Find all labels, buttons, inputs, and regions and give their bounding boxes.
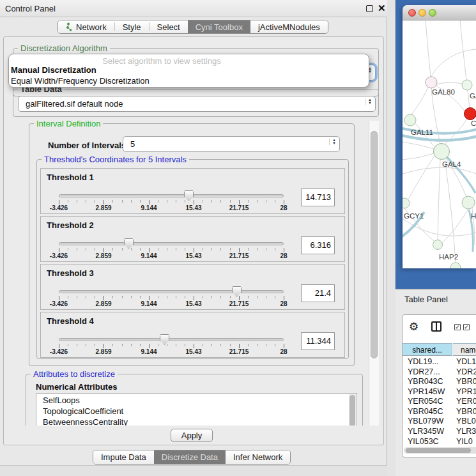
- tab-select[interactable]: Select: [150, 20, 188, 33]
- table-cell[interactable]: YIL0: [456, 437, 473, 446]
- list-item[interactable]: TopologicalCoefficient: [43, 406, 123, 416]
- tab-network[interactable]: Network: [58, 20, 114, 33]
- table-cell[interactable]: YDR2: [456, 367, 476, 376]
- number-of-intervals-combobox[interactable]: 5 ▲▼: [123, 136, 340, 152]
- table-panel-titlebar: Table Panel: [395, 289, 476, 309]
- tab-impute-data-label: Impute Data: [101, 450, 146, 464]
- network-window-titlebar[interactable]: [403, 5, 476, 20]
- node-table: ⚙ ✓ ✓ shared... name YDL19... YDL1 YDR27…: [402, 314, 476, 457]
- tick-label: 15.43: [185, 204, 201, 211]
- table-cell[interactable]: YIL053C: [408, 437, 439, 446]
- table-cell[interactable]: YER054C: [408, 397, 443, 406]
- table-cell[interactable]: YER0: [456, 397, 476, 406]
- dropdown-option-manual-discretization[interactable]: Manual Discretization: [11, 65, 96, 75]
- column-header-name[interactable]: name: [453, 343, 476, 356]
- node-label-gal80: GAL80: [432, 88, 455, 96]
- table-cell[interactable]: YDL1: [456, 357, 476, 366]
- list-scroll-thumb[interactable]: [349, 395, 355, 426]
- checkbox-icon[interactable]: ✓: [454, 324, 461, 330]
- table-cell[interactable]: YBR045C: [408, 407, 443, 416]
- tab-discretize-data[interactable]: Discretize Data: [154, 450, 226, 464]
- threshold-1-slider-track[interactable]: [59, 194, 284, 197]
- node-top-right[interactable]: [462, 80, 472, 90]
- table-cell[interactable]: YBR0: [456, 377, 476, 386]
- tick-label: 9.144: [141, 300, 157, 307]
- tick-label: -3.426: [50, 204, 68, 211]
- table-cell[interactable]: YDL19...: [408, 357, 439, 366]
- horizontal-scroll-thumb[interactable]: [406, 448, 471, 453]
- tab-select-label: Select: [157, 20, 180, 34]
- attributes-group: Attributes to discretize Numerical Attri…: [26, 374, 363, 426]
- float-window-icon[interactable]: [366, 5, 373, 12]
- close-traffic-light[interactable]: [408, 9, 416, 17]
- table-cell[interactable]: YPR145W: [408, 387, 445, 396]
- table-cell[interactable]: YDR27...: [408, 367, 440, 376]
- tick-label: 21.715: [229, 348, 249, 355]
- scroll-thumb[interactable]: [371, 131, 378, 358]
- threshold-4-slider-track[interactable]: [59, 338, 284, 341]
- numerical-attributes-list[interactable]: SelfLoops TopologicalCoefficient Between…: [36, 393, 357, 426]
- gear-icon[interactable]: ⚙: [409, 320, 418, 334]
- table-cell[interactable]: YPR1: [456, 387, 476, 396]
- tab-jactivemnodules[interactable]: jActiveMNodules: [250, 20, 328, 33]
- node-label-partial-c: C: [471, 119, 476, 127]
- node-gal4[interactable]: [434, 144, 450, 160]
- node-label-hap2: HAP2: [439, 253, 458, 261]
- network-canvas[interactable]: GAL80 GA C GAL11 GAL4 GCY1 H HAP2: [403, 20, 476, 268]
- tab-infer-network-label: Infer Network: [233, 450, 282, 464]
- table-cell[interactable]: YBL0: [456, 417, 476, 426]
- threshold-2-slider-track[interactable]: [59, 242, 284, 245]
- bottom-strip: [0, 465, 387, 476]
- tick-label: -3.426: [50, 252, 68, 259]
- node-label-h: H: [471, 212, 476, 220]
- node-gal80[interactable]: [426, 77, 437, 88]
- threshold-3-value-field[interactable]: 21.4: [301, 284, 335, 302]
- tab-impute-data[interactable]: Impute Data: [93, 450, 154, 464]
- close-icon[interactable]: ✕: [378, 3, 386, 14]
- table-cell[interactable]: YLR3: [456, 427, 476, 436]
- horizontal-scroll-track[interactable]: [404, 447, 476, 454]
- table-panel-body: ⚙ ✓ ✓ shared... name YDL19... YDL1 YDR27…: [395, 309, 476, 476]
- tick-label: 2.859: [95, 204, 111, 211]
- dropdown-option-equal-width[interactable]: Equal Width/Frequency Discretization: [11, 76, 150, 86]
- tab-style[interactable]: Style: [115, 20, 149, 33]
- panel-title: Control Panel: [5, 0, 56, 17]
- tab-infer-network[interactable]: Infer Network: [226, 450, 290, 464]
- tab-network-label: Network: [76, 20, 107, 34]
- list-item[interactable]: SelfLoops: [43, 395, 80, 405]
- combo-stepper-icon[interactable]: ▲▼: [329, 139, 336, 145]
- threshold-1-value-field[interactable]: 14.713: [301, 188, 335, 206]
- number-of-intervals-value: 5: [130, 137, 135, 151]
- node-gal11[interactable]: [404, 114, 416, 126]
- threshold-2-value-field[interactable]: 6.316: [301, 236, 335, 254]
- table-cell[interactable]: YBL079W: [408, 417, 443, 426]
- table-cell[interactable]: YBR043C: [408, 377, 443, 386]
- node-hap2[interactable]: [433, 240, 443, 250]
- tick-label: 15.43: [185, 300, 201, 307]
- minimize-traffic-light[interactable]: [418, 9, 426, 17]
- checkbox-icon[interactable]: ✓: [463, 324, 470, 330]
- node-red-selected[interactable]: [464, 108, 476, 120]
- tick-label: 2.859: [95, 300, 111, 307]
- zoom-traffic-light[interactable]: [429, 9, 436, 17]
- table-cell[interactable]: YLR345W: [408, 427, 444, 436]
- list-scroll-track[interactable]: [349, 394, 356, 426]
- column-header-shared-name[interactable]: shared...: [403, 343, 452, 356]
- threshold-3-slider-track[interactable]: [59, 290, 284, 293]
- tick-label: 21.715: [229, 252, 249, 259]
- tick-label: 9.144: [141, 204, 157, 211]
- bottom-tab-bar: Impute Data Discretize Data Infer Networ…: [93, 450, 291, 464]
- table-data-combobox[interactable]: galFiltered.sif default node ▲▼: [18, 96, 376, 112]
- apply-button[interactable]: Apply: [171, 429, 213, 442]
- tick-label: 28: [280, 348, 287, 355]
- column-layout-icon[interactable]: [431, 321, 441, 332]
- tick-label: -3.426: [50, 348, 68, 355]
- node-bottom[interactable]: [450, 263, 461, 268]
- node-h[interactable]: [462, 196, 475, 209]
- node-gcy1[interactable]: [403, 198, 410, 208]
- list-item[interactable]: BetweennessCentrality: [43, 417, 128, 426]
- combo-stepper-icon[interactable]: ▲▼: [365, 98, 372, 105]
- tab-cyni-toolbox[interactable]: Cyni Toolbox: [188, 20, 250, 33]
- table-cell[interactable]: YBR0: [456, 407, 476, 416]
- threshold-4-value-field[interactable]: 11.344: [301, 332, 335, 350]
